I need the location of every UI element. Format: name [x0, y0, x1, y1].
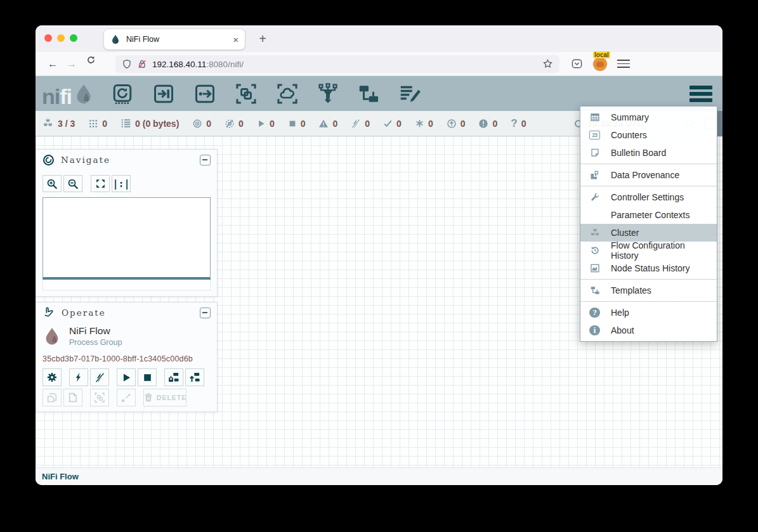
minimap-footer	[42, 280, 211, 290]
up-to-date-icon	[383, 119, 393, 128]
stale-status: 0	[447, 119, 466, 129]
summary-table-icon	[589, 112, 600, 122]
area-chart-icon	[589, 263, 600, 273]
operate-collapse-button[interactable]	[200, 308, 211, 318]
back-button[interactable]: ←	[43, 55, 62, 73]
stop-button[interactable]	[138, 368, 157, 386]
breadcrumb-root[interactable]: NiFi Flow	[42, 472, 79, 481]
nifi-logo: nifi	[42, 81, 95, 107]
unversioned-status: ?0	[511, 118, 526, 129]
about-icon: i	[589, 325, 600, 335]
group-button[interactable]	[90, 389, 109, 406]
browser-window: NiFi Flow × + ← → 192.168.40.11:8080/nif…	[36, 25, 722, 485]
insecure-lock-icon[interactable]	[137, 59, 147, 69]
menu-item-data-provenance[interactable]: Data Provenance	[580, 166, 717, 184]
navigate-title: Navigate	[61, 155, 193, 165]
menu-item-node-status-history[interactable]: Node Status History	[580, 259, 717, 277]
funnel-icon[interactable]	[317, 82, 339, 105]
label-icon[interactable]	[398, 82, 421, 105]
paste-button[interactable]	[63, 389, 82, 406]
reload-button[interactable]	[81, 55, 100, 73]
help-icon: ?	[589, 308, 600, 318]
browser-tab-bar: NiFi Flow × +	[36, 25, 722, 52]
logo-text-fi: fi	[60, 87, 72, 107]
process-group-icon[interactable]	[235, 82, 258, 105]
output-port-icon[interactable]	[193, 82, 216, 105]
stopped-status: 0	[288, 119, 306, 129]
copy-button[interactable]	[42, 389, 62, 406]
enable-button[interactable]	[69, 368, 88, 386]
nifi-drop-icon	[73, 81, 95, 107]
disable-button[interactable]	[90, 368, 109, 386]
cluster-cubes-icon	[589, 227, 600, 238]
global-menu-button[interactable]	[689, 86, 712, 102]
threads-status: 0	[88, 119, 107, 129]
sync-failure-icon	[478, 119, 488, 129]
data-provenance-icon	[589, 170, 600, 181]
locally-modified-status: 0	[415, 119, 433, 129]
zoom-out-button[interactable]	[63, 175, 82, 192]
delete-button[interactable]: DELETE	[143, 389, 186, 406]
zoom-fit-button[interactable]	[91, 175, 110, 192]
menu-item-controller-settings[interactable]: Controller Settings	[580, 188, 717, 206]
menu-item-about[interactable]: iAbout	[580, 321, 717, 339]
cluster-status: 3 / 3	[42, 117, 75, 129]
transmitting-status: 0	[192, 119, 211, 129]
operate-title: Operate	[62, 308, 193, 318]
flow-type: Process Group	[69, 338, 122, 347]
window-close-button[interactable]	[44, 34, 52, 42]
sync-failure-status: 0	[478, 119, 497, 129]
queued-status: 0 (0 bytes)	[121, 118, 179, 129]
birdseye-minimap[interactable]	[42, 197, 211, 280]
operate-hand-icon	[42, 306, 55, 319]
input-port-icon[interactable]	[152, 82, 175, 105]
menu-item-parameter-contexts[interactable]: Parameter Contexts	[580, 206, 717, 224]
browser-tab[interactable]: NiFi Flow ×	[103, 29, 245, 50]
menu-item-cluster[interactable]: Cluster	[580, 224, 717, 242]
menu-item-templates[interactable]: Templates	[580, 282, 717, 299]
history-icon	[589, 245, 600, 256]
menu-item-counters[interactable]: 23Counters	[580, 126, 717, 144]
shield-icon[interactable]	[122, 59, 132, 69]
unversioned-icon: ?	[511, 118, 517, 129]
menu-separator	[580, 279, 717, 280]
create-template-button[interactable]	[164, 368, 183, 386]
wrench-icon	[589, 192, 600, 202]
processor-icon[interactable]	[111, 82, 134, 105]
start-button[interactable]	[117, 368, 136, 386]
fill-color-button[interactable]	[117, 389, 136, 406]
logo-text-ni: ni	[42, 87, 60, 107]
menu-item-bulletin-board[interactable]: Bulletin Board	[580, 144, 717, 162]
pocket-icon[interactable]	[571, 58, 583, 70]
upload-template-button[interactable]	[185, 368, 204, 386]
firefox-menu-icon[interactable]	[617, 60, 630, 68]
menu-item-help[interactable]: ?Help	[580, 304, 717, 321]
bulletin-board-icon	[589, 148, 600, 158]
counters-icon: 23	[589, 131, 600, 139]
address-field[interactable]: 192.168.40.11:8080/nifi/	[115, 55, 559, 73]
locally-modified-icon	[415, 119, 424, 128]
running-status: 0	[257, 119, 275, 129]
menu-item-flow-configuration-history[interactable]: Flow Configuration History	[580, 242, 717, 259]
navigate-collapse-button[interactable]	[200, 155, 211, 165]
tab-title: NiFi Flow	[126, 35, 227, 44]
nifi-favicon-icon	[110, 34, 121, 44]
stopped-icon	[288, 119, 297, 128]
forward-button[interactable]: →	[62, 55, 81, 73]
zoom-in-button[interactable]	[42, 175, 62, 192]
menu-item-summary[interactable]: Summary	[580, 108, 717, 126]
window-minimize-button[interactable]	[57, 34, 65, 42]
disabled-status: 0	[351, 119, 370, 129]
tab-close-icon[interactable]: ×	[233, 34, 239, 45]
profile-avatar[interactable]: local	[593, 57, 607, 71]
bookmark-star-icon[interactable]	[542, 58, 553, 69]
window-zoom-button[interactable]	[70, 34, 77, 42]
template-icon[interactable]	[357, 82, 380, 105]
zoom-actual-size-button[interactable]: |:|	[112, 175, 131, 192]
profile-badge: local	[593, 51, 610, 58]
flow-id: 35cbd3b7-017b-1000-8bff-1c3405c00d6b	[36, 348, 217, 368]
queued-icon	[121, 118, 131, 129]
remote-process-group-icon[interactable]	[276, 82, 299, 105]
new-tab-button[interactable]: +	[254, 30, 271, 48]
configure-button[interactable]	[42, 368, 62, 386]
